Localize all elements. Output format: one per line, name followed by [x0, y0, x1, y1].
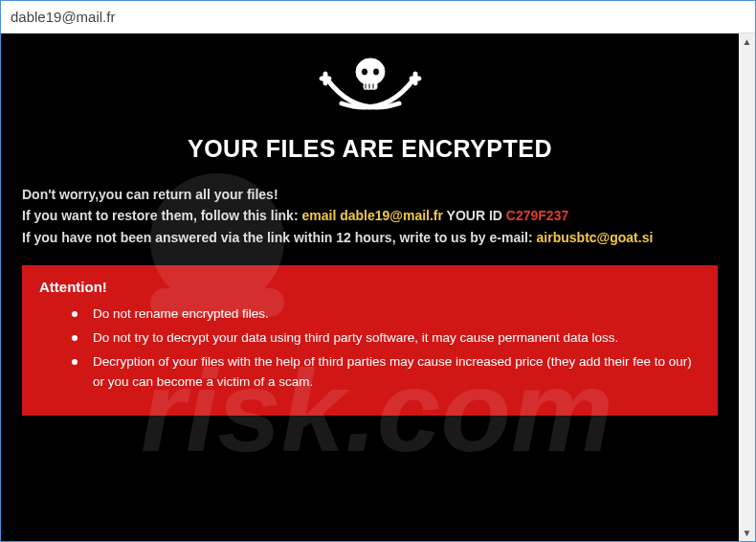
svg-rect-9 [372, 83, 374, 89]
attention-title: Attention! [39, 279, 700, 295]
main-heading: YOUR FILES ARE ENCRYPTED [22, 135, 718, 163]
vertical-scrollbar[interactable]: ▲ ▼ [739, 34, 755, 541]
svg-rect-7 [365, 83, 367, 89]
svg-point-3 [356, 58, 385, 85]
svg-rect-13 [410, 77, 421, 80]
line3-prefix: If you have not been answered via the li… [22, 230, 537, 245]
attention-box: Attention! Do not rename encrypted files… [22, 265, 718, 416]
list-item: Do not try to decrypt your data using th… [39, 328, 700, 349]
intro-line-1: Don't worry,you can return all your file… [22, 184, 718, 205]
contact-email-primary: email dable19@mail.fr [301, 208, 443, 223]
skull-and-swords-icon [318, 51, 423, 127]
line2-mid: YOUR ID [443, 208, 506, 223]
intro-line-3: If you have not been answered via the li… [22, 227, 718, 248]
svg-point-4 [361, 68, 367, 76]
svg-point-5 [372, 68, 379, 76]
intro-line-2: If you want to restore them, follow this… [22, 205, 718, 226]
scroll-up-button[interactable]: ▲ [739, 34, 755, 50]
list-item: Decryption of your files with the help o… [39, 352, 700, 393]
scroll-down-button[interactable]: ▼ [739, 525, 755, 541]
client-area: risk.com [1, 34, 755, 541]
list-item: Do not rename encrypted files. [39, 305, 700, 325]
svg-rect-12 [320, 77, 331, 80]
window-title: dable19@mail.fr [1, 1, 755, 34]
svg-rect-8 [368, 83, 370, 89]
window-frame: dable19@mail.fr risk.com [0, 0, 756, 542]
victim-id: C279F237 [506, 208, 568, 223]
contact-email-secondary: airbusbtc@goat.si [537, 230, 654, 245]
attention-list: Do not rename encrypted files. Do not tr… [39, 305, 700, 393]
ransom-note-body: risk.com [1, 34, 739, 541]
line2-prefix: If you want to restore them, follow this… [22, 208, 301, 223]
